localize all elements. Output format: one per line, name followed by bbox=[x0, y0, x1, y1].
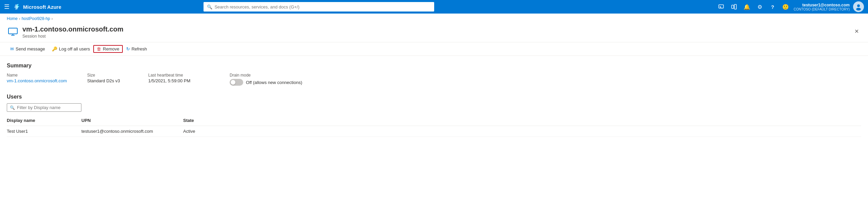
users-table: Display name UPN State Test User1 testus… bbox=[7, 116, 861, 137]
panel-icon bbox=[7, 26, 19, 38]
breadcrumb: Home › hostPool928-hp › bbox=[0, 14, 868, 24]
svg-rect-6 bbox=[8, 28, 17, 34]
directory-btn[interactable] bbox=[728, 1, 740, 13]
drain-mode-item: Drain mode Off (allows new connections) bbox=[230, 73, 302, 86]
size-label: Size bbox=[87, 73, 128, 78]
user-tenant: CONTOSO (DEFAULT DIRECTORY) bbox=[794, 7, 850, 11]
refresh-button[interactable]: ↻ Refresh bbox=[123, 45, 151, 53]
panel-title-area: vm-1.contoso.onmicrosoft.com Session hos… bbox=[22, 25, 123, 39]
refresh-label: Refresh bbox=[132, 46, 147, 51]
avatar[interactable] bbox=[853, 1, 864, 12]
panel-subtitle: Session host bbox=[22, 34, 123, 39]
cell-upn: testuser1@contoso.onmicrosoft.com bbox=[81, 126, 183, 137]
close-button[interactable]: ✕ bbox=[852, 26, 861, 36]
col-upn-header: UPN bbox=[81, 116, 183, 126]
table-row: Test User1 testuser1@contoso.onmicrosoft… bbox=[7, 126, 861, 137]
col-display-name-header: Display name bbox=[7, 116, 81, 126]
breadcrumb-sep-1: › bbox=[19, 17, 20, 21]
drain-toggle[interactable] bbox=[230, 79, 243, 86]
table-header-row: Display name UPN State bbox=[7, 116, 861, 126]
col-state-header: State bbox=[183, 116, 861, 126]
summary-grid: Name vm-1.contoso.onmicrosoft.com Size S… bbox=[7, 73, 861, 86]
breadcrumb-home[interactable]: Home bbox=[7, 16, 18, 21]
notifications-btn[interactable]: 🔔 bbox=[741, 1, 753, 13]
users-section: Users 🔍 Display name UPN State Test User… bbox=[7, 94, 861, 137]
drain-toggle-label: Off (allows new connections) bbox=[246, 80, 302, 85]
size-value: Standard D2s v3 bbox=[87, 78, 128, 83]
panel-header: vm-1.contoso.onmicrosoft.com Session hos… bbox=[0, 24, 868, 42]
settings-btn[interactable]: ⚙ bbox=[754, 1, 766, 13]
azure-logo-icon bbox=[14, 3, 20, 10]
heartbeat-label: Last heartbeat time bbox=[148, 73, 209, 78]
summary-title: Summary bbox=[7, 63, 861, 69]
name-label: Name bbox=[7, 73, 67, 78]
logo-text: Microsoft Azure bbox=[23, 4, 61, 10]
remove-button[interactable]: 🗑 Remove bbox=[93, 45, 122, 53]
user-info[interactable]: testuser1@contoso.com CONTOSO (DEFAULT D… bbox=[794, 3, 850, 11]
avatar-icon bbox=[855, 3, 862, 10]
filter-input[interactable] bbox=[17, 105, 78, 110]
svg-point-5 bbox=[856, 8, 861, 10]
name-value[interactable]: vm-1.contoso.onmicrosoft.com bbox=[7, 78, 67, 83]
nav-right-icons: 🔔 ⚙ ? 🙂 testuser1@contoso.com CONTOSO (D… bbox=[715, 1, 864, 13]
drain-toggle-row: Off (allows new connections) bbox=[230, 79, 302, 86]
send-message-icon: ✉ bbox=[10, 46, 14, 51]
summary-heartbeat-item: Last heartbeat time 1/5/2021, 5:59:00 PM bbox=[148, 73, 209, 83]
summary-name-item: Name vm-1.contoso.onmicrosoft.com bbox=[7, 73, 67, 83]
send-message-label: Send message bbox=[16, 46, 45, 51]
toggle-knob bbox=[231, 80, 235, 85]
remove-label: Remove bbox=[103, 46, 119, 51]
content-area: Summary Name vm-1.contoso.onmicrosoft.co… bbox=[0, 56, 868, 144]
breadcrumb-sep-2: › bbox=[52, 17, 53, 21]
panel-title: vm-1.contoso.onmicrosoft.com bbox=[22, 25, 123, 33]
search-icon: 🔍 bbox=[207, 4, 212, 9]
summary-size-item: Size Standard D2s v3 bbox=[87, 73, 128, 83]
drain-label: Drain mode bbox=[230, 73, 302, 78]
refresh-icon: ↻ bbox=[126, 46, 130, 51]
send-message-button[interactable]: ✉ Send message bbox=[7, 45, 49, 53]
summary-section: Summary Name vm-1.contoso.onmicrosoft.co… bbox=[7, 63, 861, 86]
svg-rect-2 bbox=[732, 5, 734, 8]
search-input[interactable] bbox=[214, 4, 431, 9]
help-btn[interactable]: ? bbox=[767, 1, 779, 13]
azure-logo: Microsoft Azure bbox=[14, 3, 61, 10]
global-search: 🔍 bbox=[204, 2, 434, 12]
users-title: Users bbox=[7, 94, 861, 100]
log-off-icon: 🔑 bbox=[52, 46, 57, 51]
cell-state: Active bbox=[183, 126, 861, 137]
svg-point-4 bbox=[857, 4, 860, 7]
top-nav: ☰ Microsoft Azure 🔍 🔔 ⚙ ? 🙂 testuser1@co… bbox=[0, 0, 868, 14]
filter-box: 🔍 bbox=[7, 103, 81, 112]
log-off-label: Log off all users bbox=[59, 46, 90, 51]
cell-display-name: Test User1 bbox=[7, 126, 81, 137]
filter-icon: 🔍 bbox=[10, 105, 15, 110]
svg-rect-3 bbox=[734, 4, 736, 9]
action-bar: ✉ Send message 🔑 Log off all users 🗑 Rem… bbox=[0, 42, 868, 56]
monitor-icon bbox=[8, 27, 18, 37]
hamburger-menu[interactable]: ☰ bbox=[4, 3, 9, 10]
remove-icon: 🗑 bbox=[97, 46, 101, 51]
feedback-btn[interactable]: 🙂 bbox=[779, 1, 792, 13]
heartbeat-value: 1/5/2021, 5:59:00 PM bbox=[148, 78, 209, 83]
breadcrumb-hostpool[interactable]: hostPool928-hp bbox=[22, 16, 50, 21]
log-off-button[interactable]: 🔑 Log off all users bbox=[49, 45, 94, 53]
cloud-shell-btn[interactable] bbox=[715, 1, 727, 13]
svg-rect-0 bbox=[719, 5, 724, 8]
user-name: testuser1@contoso.com bbox=[802, 3, 850, 7]
